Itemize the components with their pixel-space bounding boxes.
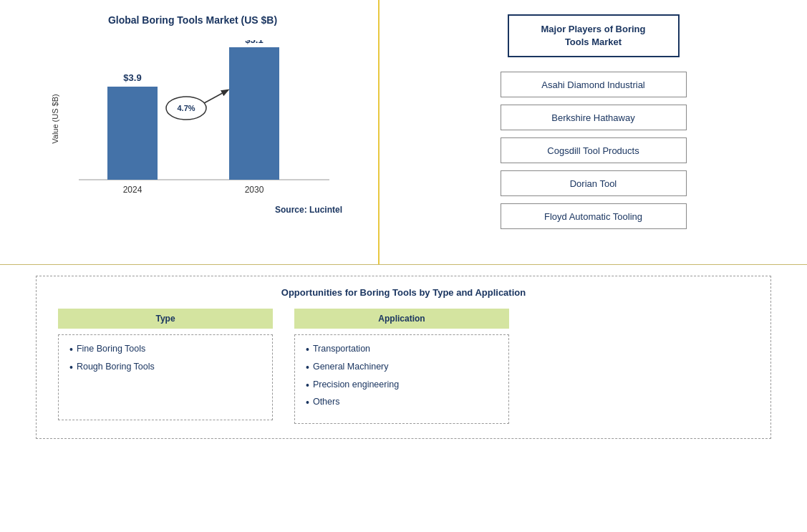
opp-column: Type•Fine Boring Tools•Rough Boring Tool… <box>58 309 273 424</box>
bar-2024 <box>107 87 158 180</box>
svg-text:2030: 2030 <box>245 185 264 195</box>
top-section: Global Boring Tools Market (US $B) Value… <box>0 0 807 265</box>
opp-list-item: •Others <box>306 397 498 409</box>
player-name: Asahi Diamond Industrial <box>541 79 645 90</box>
player-name: Floyd Automatic Tooling <box>544 211 642 222</box>
svg-text:$5.1: $5.1 <box>245 40 263 45</box>
player-item: Floyd Automatic Tooling <box>501 203 687 229</box>
bullet-icon: • <box>306 362 309 374</box>
player-item: Berkshire Hathaway <box>501 105 687 130</box>
bar-2030 <box>229 47 279 180</box>
opportunities-container: Opportunities for Boring Tools by Type a… <box>36 276 771 439</box>
bullet-icon: • <box>306 379 309 392</box>
player-name: Dorian Tool <box>570 178 617 189</box>
bullet-icon: • <box>306 344 309 356</box>
player-name: Berkshire Hathaway <box>551 112 634 123</box>
opp-column: Application•Transportation•General Machi… <box>294 309 509 424</box>
chart-title: Global Boring Tools Market (US $B) <box>29 14 357 26</box>
opp-item-text: Others <box>313 397 340 407</box>
opportunities-title: Opportunities for Boring Tools by Type a… <box>58 287 749 298</box>
players-section: Major Players of Boring Tools Market Asa… <box>380 0 807 264</box>
player-name: Cogsdill Tool Products <box>547 145 639 156</box>
opp-list-box: •Fine Boring Tools•Rough Boring Tools <box>58 334 273 420</box>
players-title: Major Players of Boring Tools Market <box>531 23 657 49</box>
opp-list-item: •Rough Boring Tools <box>69 362 261 374</box>
opp-list-box: •Transportation•General Machinery•Precis… <box>294 334 509 424</box>
opp-columns: Type•Fine Boring Tools•Rough Boring Tool… <box>58 309 749 424</box>
players-title-box: Major Players of Boring Tools Market <box>508 14 680 57</box>
bottom-section: Opportunities for Boring Tools by Type a… <box>0 265 807 532</box>
opp-column-header: Type <box>58 309 273 329</box>
chart-section: Global Boring Tools Market (US $B) Value… <box>0 0 380 264</box>
opp-list-item: •Transportation <box>306 344 498 356</box>
opp-list-item: •Precision engineering <box>306 379 498 392</box>
player-item: Cogsdill Tool Products <box>501 137 687 163</box>
opp-item-text: Rough Boring Tools <box>77 362 155 372</box>
bar-chart-svg: $3.9 $5.1 2024 2030 4.7% <box>57 40 329 205</box>
players-list: Asahi Diamond IndustrialBerkshire Hathaw… <box>501 72 687 236</box>
svg-text:2024: 2024 <box>123 185 142 195</box>
bullet-icon: • <box>306 397 309 409</box>
opp-item-text: Transportation <box>313 344 370 354</box>
bullet-icon: • <box>69 362 73 374</box>
bullet-icon: • <box>69 344 73 356</box>
player-item: Asahi Diamond Industrial <box>501 72 687 97</box>
opp-item-text: Precision engineering <box>313 379 399 390</box>
svg-text:$3.9: $3.9 <box>123 72 141 83</box>
svg-line-7 <box>204 90 228 103</box>
opp-list-item: •General Machinery <box>306 362 498 374</box>
opp-item-text: Fine Boring Tools <box>77 344 145 354</box>
opp-item-text: General Machinery <box>313 362 389 372</box>
svg-text:4.7%: 4.7% <box>177 104 195 112</box>
opp-list-item: •Fine Boring Tools <box>69 344 261 356</box>
opp-column-header: Application <box>294 309 509 329</box>
main-container: Global Boring Tools Market (US $B) Value… <box>0 0 807 532</box>
player-item: Dorian Tool <box>501 170 687 196</box>
source-text: Source: Lucintel <box>29 205 357 215</box>
chart-area: Value (US $B) $3.9 $5.1 2024 2030 <box>57 40 342 198</box>
